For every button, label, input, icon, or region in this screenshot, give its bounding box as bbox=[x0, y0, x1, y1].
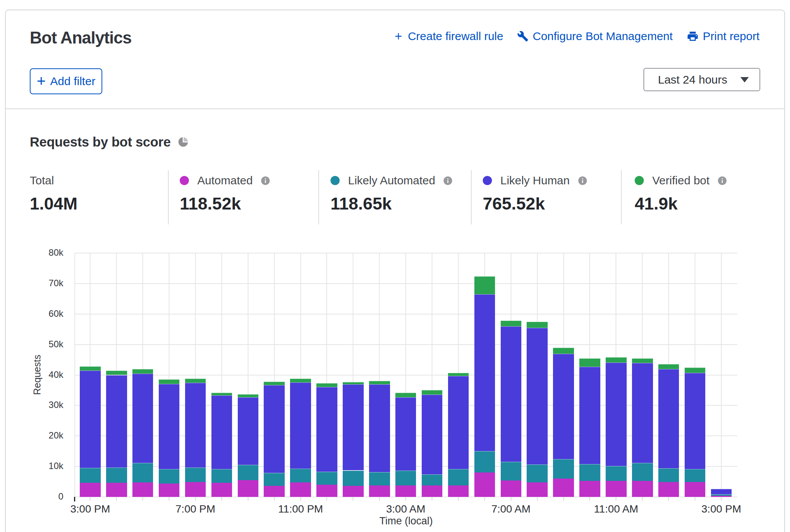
configure-bot-management-link[interactable]: Configure Bot Management bbox=[517, 30, 673, 43]
page-title: Bot Analytics bbox=[30, 28, 132, 47]
stats-divider bbox=[318, 170, 319, 224]
automated-legend-dot bbox=[180, 176, 189, 185]
stat-value: 118.52k bbox=[180, 194, 241, 214]
action-label: Create firewall rule bbox=[408, 30, 503, 43]
add-filter-label: Add filter bbox=[50, 75, 95, 88]
time-range-select[interactable]: Last 24 hours bbox=[643, 68, 760, 91]
stat-total: Total1.04M bbox=[30, 174, 54, 187]
header-actions: Create firewall rule Configure Bot Manag… bbox=[393, 30, 759, 43]
stats-divider bbox=[621, 170, 622, 224]
likely-automated-legend-dot bbox=[331, 176, 340, 185]
section-title: Requests by bot score bbox=[30, 134, 171, 150]
header-divider bbox=[5, 108, 785, 109]
plus-icon bbox=[393, 31, 404, 42]
stat-label: Total bbox=[30, 174, 54, 187]
stat-label: Likely Automated bbox=[348, 174, 435, 187]
time-range-value: Last 24 hours bbox=[658, 73, 727, 86]
likely-human-legend-dot bbox=[483, 176, 492, 185]
section-heading: Requests by bot score bbox=[30, 134, 189, 150]
stat-value: 41.9k bbox=[635, 194, 678, 214]
printer-icon bbox=[687, 30, 699, 42]
print-report-link[interactable]: Print report bbox=[687, 30, 759, 43]
pie-chart-icon bbox=[177, 136, 189, 148]
stat-likely-automated: Likely Automated118.65k bbox=[331, 174, 453, 187]
stat-value: 1.04M bbox=[30, 194, 77, 214]
action-label: Configure Bot Management bbox=[533, 30, 673, 43]
stat-verified-bot: Verified bot41.9k bbox=[635, 174, 727, 187]
verified-bot-legend-dot bbox=[635, 176, 644, 185]
stat-label: Automated bbox=[197, 174, 253, 187]
info-icon[interactable] bbox=[717, 176, 727, 186]
stat-value: 118.65k bbox=[331, 194, 392, 214]
bot-analytics-page: Bot Analytics Create firewall rule Confi… bbox=[0, 0, 790, 532]
stat-automated: Automated118.52k bbox=[180, 174, 271, 187]
wrench-icon bbox=[517, 31, 529, 42]
stat-label: Likely Human bbox=[500, 174, 570, 187]
create-firewall-rule-link[interactable]: Create firewall rule bbox=[393, 30, 503, 43]
stats-divider bbox=[168, 170, 169, 224]
stat-label: Verified bot bbox=[652, 174, 709, 187]
stat-value: 765.52k bbox=[483, 194, 545, 214]
add-filter-button[interactable]: + Add filter bbox=[30, 68, 102, 94]
info-icon[interactable] bbox=[260, 176, 271, 186]
info-icon[interactable] bbox=[443, 176, 453, 186]
chevron-down-icon bbox=[740, 77, 749, 82]
action-label: Print report bbox=[703, 30, 759, 43]
stats-divider bbox=[471, 170, 472, 224]
stat-likely-human: Likely Human765.52k bbox=[483, 174, 588, 187]
info-icon[interactable] bbox=[577, 176, 588, 186]
